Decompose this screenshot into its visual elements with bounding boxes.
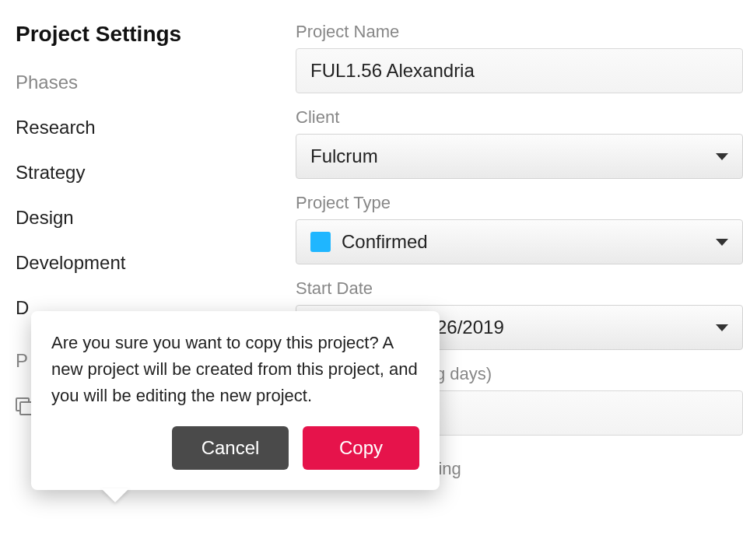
copy-button[interactable]: Copy: [303, 426, 419, 470]
project-name-input[interactable]: [296, 48, 743, 93]
sidebar-section-phases: Phases: [16, 72, 296, 93]
client-selected-value: Fulcrum: [310, 145, 378, 167]
sidebar-item-strategy[interactable]: Strategy: [16, 162, 296, 184]
confirm-copy-popover: Are you sure you want to copy this proje…: [31, 311, 440, 490]
chevron-down-icon: [716, 239, 728, 246]
sidebar-item-development[interactable]: Development: [16, 252, 296, 274]
chevron-down-icon: [716, 153, 728, 160]
project-type-label: Project Type: [296, 193, 743, 213]
client-label: Client: [296, 107, 743, 128]
project-type-select[interactable]: Confirmed: [296, 219, 743, 264]
client-select[interactable]: Fulcrum: [296, 134, 743, 179]
page-title: Project Settings: [16, 22, 296, 47]
project-type-color-swatch: [310, 232, 331, 252]
chevron-down-icon: [716, 324, 728, 331]
sidebar-item-research[interactable]: Research: [16, 117, 296, 138]
project-type-selected-value: Confirmed: [342, 231, 428, 253]
copy-icon: [16, 397, 33, 415]
sidebar-item-design[interactable]: Design: [16, 207, 296, 229]
start-date-value: 26/2019: [436, 317, 504, 338]
start-date-label: Start Date: [296, 278, 743, 299]
project-name-label: Project Name: [296, 22, 743, 42]
popover-message: Are you sure you want to copy this proje…: [51, 330, 419, 409]
cancel-button[interactable]: Cancel: [172, 426, 289, 470]
